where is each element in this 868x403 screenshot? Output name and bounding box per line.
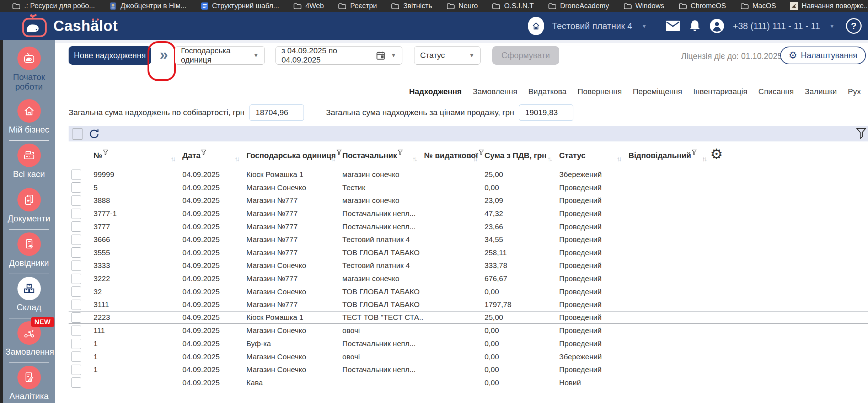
- bell-icon[interactable]: [688, 19, 702, 33]
- column-funnel-icon[interactable]: [201, 150, 206, 157]
- business-unit-select[interactable]: Господарська одиниця ▼: [175, 46, 265, 65]
- column-header[interactable]: Статус ↑↓: [559, 145, 628, 168]
- table-row[interactable]: 99999 04.09.2025 Кіоск Ромашка 1 магазин…: [69, 168, 868, 181]
- bookmark-item[interactable]: Структурний шабл...: [201, 2, 279, 10]
- table-row[interactable]: 3222 04.09.2025 Магазин №777 магазин сон…: [69, 272, 868, 285]
- sidebar-item-7[interactable]: Аналітика: [3, 363, 55, 403]
- sort-arrows-icon[interactable]: ↑↓: [331, 155, 334, 163]
- table-row[interactable]: 3111 04.09.2025 Магазин №777 ТОВ ГЛОБАЛ …: [69, 298, 868, 311]
- tab-2[interactable]: Видаткова: [528, 87, 566, 96]
- bookmark-item[interactable]: 4Web: [293, 2, 324, 10]
- column-header[interactable]: № видаткової ↑↓: [424, 145, 484, 168]
- table-row[interactable]: 1 04.09.2025 Буф-ка Постачальник непл...…: [69, 337, 868, 350]
- table-row[interactable]: 3666 04.09.2025 Магазин №777 Тестовий пл…: [69, 233, 868, 246]
- new-receipt-button[interactable]: Нове надходження: [69, 46, 151, 65]
- home-icon[interactable]: [528, 17, 544, 35]
- company-name[interactable]: Тестовий платник 4: [552, 21, 632, 31]
- calendar-icon[interactable]: [376, 50, 386, 60]
- column-settings-gear-icon[interactable]: ⚙: [710, 147, 723, 161]
- tab-8[interactable]: Рух: [848, 87, 861, 96]
- tab-4[interactable]: Переміщення: [633, 87, 682, 96]
- table-row[interactable]: 111 04.09.2025 Магазин Сонечко овочі 0,0…: [69, 324, 868, 337]
- column-funnel-icon[interactable]: [479, 150, 484, 157]
- expand-filters-icon[interactable]: »: [156, 45, 172, 65]
- sidebar-item-5[interactable]: Склад: [3, 274, 55, 318]
- table-row[interactable]: 1 04.09.2025 Магазин Сонечко овочі 0,00 …: [69, 350, 868, 363]
- tab-3[interactable]: Повернення: [578, 87, 622, 96]
- refresh-icon[interactable]: [89, 128, 100, 140]
- row-checkbox[interactable]: [71, 312, 81, 323]
- sort-arrows-icon[interactable]: ↑↓: [473, 155, 477, 163]
- table-row[interactable]: 2223 04.09.2025 Кіоск Ромашка 1 ТЕСТ ТОВ…: [69, 311, 868, 324]
- row-checkbox[interactable]: [71, 209, 81, 219]
- mail-icon[interactable]: [665, 20, 680, 32]
- row-checkbox[interactable]: [71, 195, 81, 206]
- row-checkbox[interactable]: [71, 300, 81, 310]
- table-row[interactable]: 04.09.2025 Кава 0,00 Новий: [69, 376, 868, 389]
- table-row[interactable]: 1 04.09.2025 Магазин Сонечко Постачальни…: [69, 363, 868, 376]
- column-header[interactable]: Постачальник ↑↓: [342, 145, 424, 168]
- table-row[interactable]: 32 04.09.2025 Магазин Сонечко ТОВ ГЛОБАЛ…: [69, 285, 868, 298]
- column-funnel-icon[interactable]: [398, 150, 403, 157]
- row-checkbox[interactable]: [71, 326, 81, 336]
- column-funnel-icon[interactable]: [692, 150, 697, 157]
- company-caret-icon[interactable]: ▼: [639, 23, 649, 29]
- filter-funnel-icon[interactable]: [856, 128, 867, 141]
- sort-arrows-icon[interactable]: ↑↓: [235, 155, 239, 163]
- row-checkbox[interactable]: [71, 377, 81, 388]
- column-header[interactable]: № ↑↓: [93, 145, 182, 168]
- sort-arrows-icon[interactable]: ↑↓: [702, 155, 706, 163]
- row-checkbox[interactable]: [71, 260, 81, 271]
- row-checkbox[interactable]: [71, 365, 81, 375]
- row-checkbox[interactable]: [71, 286, 81, 297]
- sidebar-item-1[interactable]: Мій бізнес: [3, 96, 55, 141]
- column-header[interactable]: Сума з ПДВ, грн ↑↓: [484, 145, 559, 168]
- column-header[interactable]: Відповідальний ↑↓: [628, 145, 714, 168]
- row-checkbox[interactable]: [71, 351, 81, 362]
- bookmark-item[interactable]: Windows: [623, 2, 664, 10]
- table-row[interactable]: 3333 04.09.2025 Магазин Сонечко Тестовий…: [69, 259, 868, 272]
- status-select[interactable]: Статус ▼: [414, 46, 481, 65]
- bookmark-item[interactable]: O.S.I.N.T: [492, 2, 534, 10]
- bookmark-item[interactable]: Звітність: [391, 2, 432, 10]
- select-all-checkbox[interactable]: [72, 128, 83, 140]
- sort-arrows-icon[interactable]: ↑↓: [547, 155, 551, 163]
- bookmark-item[interactable]: MacOS: [740, 2, 776, 10]
- sidebar-item-0[interactable]: Початок роботи: [3, 44, 55, 96]
- row-checkbox[interactable]: [71, 339, 81, 349]
- bookmark-item[interactable]: Реєстри: [338, 2, 377, 10]
- bookmark-item[interactable]: Навчання поводже...: [790, 2, 868, 10]
- avatar-icon[interactable]: [709, 18, 724, 33]
- sort-arrows-icon[interactable]: ↑↓: [171, 155, 175, 163]
- user-phone[interactable]: +38 (111) 111 - 11 - 11: [733, 21, 820, 31]
- sidebar-item-4[interactable]: Довідники: [3, 230, 55, 274]
- tab-5[interactable]: Інвентаризація: [693, 87, 747, 96]
- tab-1[interactable]: Замовлення: [473, 87, 517, 96]
- row-checkbox[interactable]: [71, 247, 81, 258]
- row-checkbox[interactable]: [71, 221, 81, 232]
- column-header[interactable]: Господарська одиниця ↑↓: [246, 145, 342, 168]
- settings-button[interactable]: ⚙ Налаштування: [780, 47, 866, 64]
- bookmark-item[interactable]: Neuro: [446, 2, 478, 10]
- bookmark-item[interactable]: Джобцентри в Нім...: [109, 2, 186, 10]
- sidebar-item-3[interactable]: Документи: [3, 185, 55, 230]
- sort-arrows-icon[interactable]: ↑↓: [412, 155, 416, 163]
- cashalot-logo[interactable]: Cashälot: [21, 14, 118, 38]
- row-checkbox[interactable]: [71, 274, 81, 284]
- sidebar-item-6[interactable]: NEW Замовлення: [3, 318, 55, 363]
- bookmark-item[interactable]: DroneAcademy: [548, 2, 609, 10]
- row-checkbox[interactable]: [71, 170, 81, 180]
- bookmark-item[interactable]: .: Ресурси для робо...: [12, 2, 95, 10]
- tab-0[interactable]: Надходження: [409, 87, 462, 96]
- cost-total-field[interactable]: 18704,96: [250, 104, 304, 121]
- table-row[interactable]: 3777 04.09.2025 Магазин №777 Постачальни…: [69, 220, 868, 233]
- table-row[interactable]: 5 04.09.2025 Магазин Сонечко Тестик 0,00…: [69, 181, 868, 194]
- sidebar-item-2[interactable]: Всі каси: [3, 141, 55, 185]
- sale-total-field[interactable]: 19019,83: [519, 104, 573, 121]
- column-funnel-icon[interactable]: [103, 150, 108, 157]
- row-checkbox[interactable]: [71, 182, 81, 193]
- sort-arrows-icon[interactable]: ↑↓: [617, 155, 621, 163]
- column-funnel-icon[interactable]: [337, 150, 342, 157]
- row-checkbox[interactable]: [71, 235, 81, 245]
- table-row[interactable]: 3888 04.09.2025 Магазин №777 магазин сон…: [69, 194, 868, 207]
